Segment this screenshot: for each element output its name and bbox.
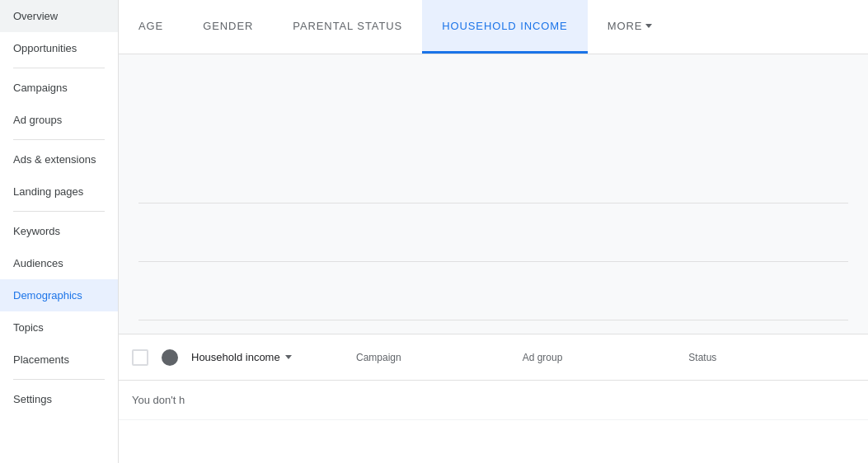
sidebar-item-label: Landing pages: [13, 185, 83, 198]
sidebar-item-label: Ad groups: [13, 114, 62, 126]
sidebar-item-label: Ads & extensions: [13, 153, 96, 166]
sidebar-item-label: Overview: [13, 10, 58, 22]
select-all-checkbox[interactable]: [132, 349, 148, 366]
chart-line-3: [138, 320, 848, 320]
sidebar-item-demographics[interactable]: Demographics: [0, 279, 118, 311]
tab-bar: AGE GENDER PARENTAL STATUS HOUSEHOLD INC…: [119, 0, 868, 54]
empty-state-message: You don't h: [132, 394, 185, 406]
column-ad-group[interactable]: Ad group: [523, 352, 689, 363]
sidebar-item-label: Campaigns: [13, 82, 68, 94]
tab-more-label: MORE: [608, 20, 643, 32]
chart-line-1: [138, 203, 848, 203]
column-ad-group-label: Ad group: [523, 352, 563, 363]
table-header: Household income Campaign Ad group Statu…: [119, 334, 868, 381]
sidebar-item-keywords[interactable]: Keywords: [0, 215, 118, 247]
tab-gender-label: GENDER: [203, 20, 253, 32]
tab-parental-status-label: PARENTAL STATUS: [293, 20, 402, 32]
tab-age[interactable]: AGE: [119, 0, 183, 54]
tab-parental-status[interactable]: PARENTAL STATUS: [273, 0, 422, 54]
sidebar: Overview Opportunities Campaigns Ad grou…: [0, 0, 119, 463]
sidebar-item-label: Placements: [13, 353, 69, 366]
sidebar-item-landing-pages[interactable]: Landing pages: [0, 175, 118, 208]
sidebar-item-label: Topics: [13, 321, 44, 334]
sidebar-item-label: Keywords: [13, 225, 60, 237]
sidebar-divider: [13, 68, 105, 68]
sidebar-item-opportunities[interactable]: Opportunities: [0, 32, 118, 64]
column-campaign-label: Campaign: [356, 352, 401, 363]
tab-more[interactable]: MORE: [588, 0, 673, 54]
sidebar-item-label: Audiences: [13, 257, 63, 269]
sidebar-divider-4: [13, 379, 105, 380]
sidebar-item-ad-groups[interactable]: Ad groups: [0, 104, 118, 136]
sidebar-item-ads-extensions[interactable]: Ads & extensions: [0, 143, 118, 175]
sidebar-divider-2: [13, 139, 105, 140]
tab-gender[interactable]: GENDER: [183, 0, 273, 54]
sidebar-item-audiences[interactable]: Audiences: [0, 247, 118, 279]
main-content: AGE GENDER PARENTAL STATUS HOUSEHOLD INC…: [119, 0, 868, 463]
sidebar-item-overview[interactable]: Overview: [0, 0, 118, 32]
sidebar-item-label: Demographics: [13, 289, 82, 302]
sidebar-item-topics[interactable]: Topics: [0, 311, 118, 344]
tab-age-label: AGE: [138, 20, 163, 32]
chart-area: [119, 54, 868, 334]
chart-line-2: [138, 261, 848, 262]
status-indicator: [162, 349, 178, 366]
tab-household-income[interactable]: HOUSEHOLD INCOME: [422, 0, 588, 54]
sidebar-item-label: Opportunities: [13, 42, 77, 54]
column-status-label: Status: [688, 352, 716, 363]
column-household-income[interactable]: Household income: [191, 351, 356, 363]
sidebar-item-settings[interactable]: Settings: [0, 383, 118, 415]
sidebar-item-label: Settings: [13, 393, 52, 405]
empty-state-row: You don't h: [119, 381, 868, 420]
sort-arrow-icon: [285, 355, 292, 359]
sidebar-item-campaigns[interactable]: Campaigns: [0, 72, 118, 104]
column-household-income-label: Household income: [191, 351, 280, 363]
table-area: Household income Campaign Ad group Statu…: [119, 334, 868, 463]
sidebar-divider-3: [13, 211, 105, 212]
sidebar-item-placements[interactable]: Placements: [0, 344, 118, 376]
column-status[interactable]: Status: [688, 352, 855, 363]
tab-household-income-label: HOUSEHOLD INCOME: [442, 20, 568, 32]
chevron-down-icon: [645, 24, 652, 28]
column-campaign[interactable]: Campaign: [356, 352, 523, 363]
